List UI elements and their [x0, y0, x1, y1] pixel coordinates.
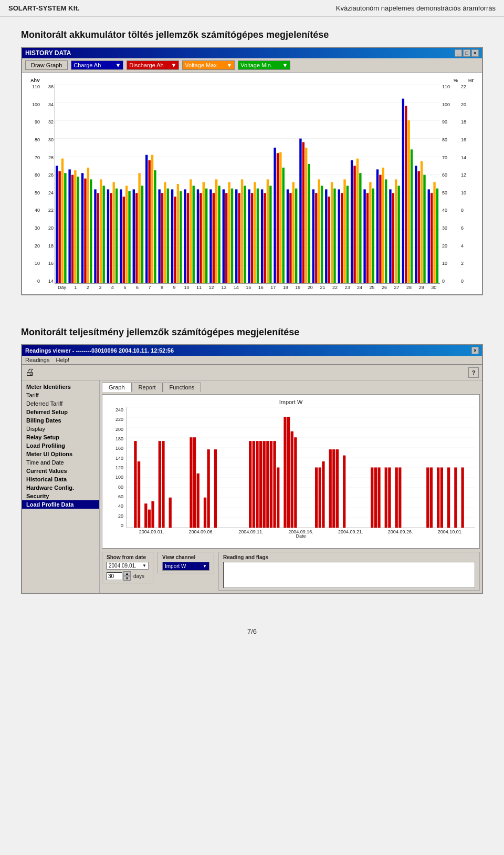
- svg-rect-101: [341, 193, 343, 284]
- days-down-btn[interactable]: ▼: [123, 576, 131, 581]
- help-button[interactable]: ?: [468, 367, 479, 378]
- svg-rect-43: [154, 170, 156, 284]
- days-input[interactable]: [107, 572, 122, 580]
- svg-rect-182: [385, 468, 387, 528]
- history-chart-area: Ah V % Hr 110 100 90 80 70 60 50 40 30: [22, 73, 482, 294]
- print-icon[interactable]: 🖨: [25, 367, 35, 378]
- svg-rect-56: [197, 189, 199, 284]
- svg-rect-86: [292, 182, 295, 284]
- svg-rect-59: [205, 189, 207, 284]
- days-label: days: [133, 573, 144, 579]
- sidebar-item[interactable]: Billing Dates: [22, 416, 99, 425]
- svg-rect-42: [151, 155, 153, 284]
- svg-rect-128: [428, 189, 430, 284]
- page-footer: 7/6: [0, 619, 504, 644]
- sidebar-item[interactable]: Relay Setup: [22, 433, 99, 441]
- svg-rect-122: [407, 120, 410, 284]
- svg-rect-158: [214, 449, 217, 528]
- svg-rect-62: [215, 179, 217, 284]
- close-btn[interactable]: ×: [471, 49, 479, 57]
- sidebar-item[interactable]: Load Profiling: [22, 441, 99, 450]
- svg-rect-40: [145, 155, 148, 284]
- tab-functions[interactable]: Functions: [163, 383, 202, 392]
- days-spinner: ▲ ▼ days: [107, 571, 149, 581]
- sidebar-item[interactable]: Time and Date: [22, 458, 99, 467]
- svg-rect-149: [151, 501, 154, 528]
- svg-rect-30: [113, 182, 115, 284]
- svg-rect-38: [138, 173, 140, 284]
- svg-rect-46: [164, 182, 166, 284]
- sidebar-item[interactable]: Current Values: [22, 467, 99, 475]
- titlebar-buttons: _ □ ×: [455, 49, 479, 57]
- sidebar-item[interactable]: Meter Identifiers: [22, 383, 99, 391]
- history-toolbar: Draw Graph Charge Ah ▼ Discharge Ah ▼ Vo…: [22, 58, 482, 73]
- svg-rect-18: [74, 170, 76, 284]
- svg-rect-80: [274, 148, 276, 284]
- show-from-date-group: Show from date 2004.09.01. ▼ ▲ ▼ days: [102, 552, 153, 583]
- svg-rect-99: [333, 189, 335, 284]
- svg-rect-44: [158, 189, 160, 284]
- sidebar-item[interactable]: Hardware Config.: [22, 483, 99, 492]
- draw-graph-button[interactable]: Draw Graph: [25, 60, 68, 70]
- readings-close-btn[interactable]: ×: [471, 347, 479, 354]
- page-header: SOLART-SYSTEM Kft. Kváziautonóm napeleme…: [0, 0, 504, 17]
- voltage-min-dropdown[interactable]: Voltage Min. ▼: [238, 60, 290, 70]
- svg-rect-52: [184, 189, 186, 284]
- sidebar-item[interactable]: Tariff: [22, 391, 99, 399]
- svg-rect-70: [241, 179, 243, 284]
- svg-rect-23: [90, 179, 92, 284]
- svg-rect-192: [461, 468, 464, 528]
- sidebar-item[interactable]: Deferred Setup: [22, 408, 99, 416]
- y-axis-v: 36 34 32 30 28 26 24 22 20 18 16 14: [42, 84, 55, 284]
- svg-rect-85: [289, 193, 291, 284]
- sidebar-item[interactable]: Deferred Tariff: [22, 399, 99, 408]
- minimize-btn[interactable]: _: [455, 49, 462, 57]
- y-axis-ah: 110 100 90 80 70 60 50 40 30 20 10 0: [26, 84, 42, 284]
- svg-rect-150: [159, 441, 161, 528]
- svg-rect-160: [253, 441, 255, 528]
- svg-rect-82: [279, 152, 281, 284]
- svg-rect-166: [273, 441, 276, 528]
- page-subtitle: Kváziautonóm napelemes demonstrációs ára…: [336, 4, 496, 12]
- sidebar-item[interactable]: Historical Data: [22, 475, 99, 483]
- readings-body: Meter IdentifiersTariffDeferred TariffDe…: [22, 380, 482, 593]
- svg-rect-47: [167, 189, 169, 284]
- svg-rect-127: [423, 175, 425, 284]
- tab-graph[interactable]: Graph: [102, 383, 132, 392]
- sidebar-item[interactable]: Security: [22, 492, 99, 500]
- svg-rect-155: [197, 473, 200, 528]
- svg-rect-173: [319, 468, 321, 528]
- svg-rect-33: [123, 197, 125, 284]
- svg-rect-118: [395, 179, 397, 284]
- y-label-pct: %: [454, 78, 458, 83]
- discharge-ah-dropdown[interactable]: Discharge Ah ▼: [127, 60, 179, 70]
- svg-rect-156: [204, 498, 206, 528]
- charge-ah-dropdown[interactable]: Charge Ah ▼: [71, 60, 123, 70]
- view-channel-select[interactable]: Import W ▼: [162, 562, 209, 571]
- svg-rect-165: [270, 441, 272, 528]
- svg-rect-185: [398, 468, 401, 528]
- sidebar-item[interactable]: Meter UI Options: [22, 450, 99, 458]
- svg-rect-146: [138, 461, 140, 528]
- menu-readings[interactable]: Readings: [25, 357, 49, 363]
- svg-rect-172: [315, 468, 318, 528]
- tab-report[interactable]: Report: [132, 383, 163, 392]
- svg-rect-103: [346, 186, 349, 284]
- sidebar-item[interactable]: Display: [22, 425, 99, 433]
- svg-rect-117: [392, 193, 394, 284]
- readings-plot: [127, 407, 475, 528]
- menu-help[interactable]: Help!: [56, 357, 69, 363]
- page-content: Monitorált akkumulátor töltés jellemzők …: [0, 17, 504, 619]
- readings-titlebar: Readings viewer - --------03010096 2004.…: [22, 345, 482, 356]
- days-up-btn[interactable]: ▲: [123, 571, 131, 576]
- svg-rect-17: [71, 175, 74, 284]
- svg-rect-171: [294, 437, 297, 528]
- svg-rect-35: [128, 191, 130, 284]
- voltage-max-dropdown[interactable]: Voltage Max. ▼: [182, 60, 235, 70]
- svg-rect-54: [190, 179, 192, 284]
- sidebar-item[interactable]: Load Profile Data: [22, 500, 99, 509]
- svg-rect-163: [263, 441, 266, 528]
- svg-rect-50: [177, 184, 179, 284]
- date-input[interactable]: 2004.09.01. ▼: [107, 562, 149, 570]
- maximize-btn[interactable]: □: [463, 49, 470, 57]
